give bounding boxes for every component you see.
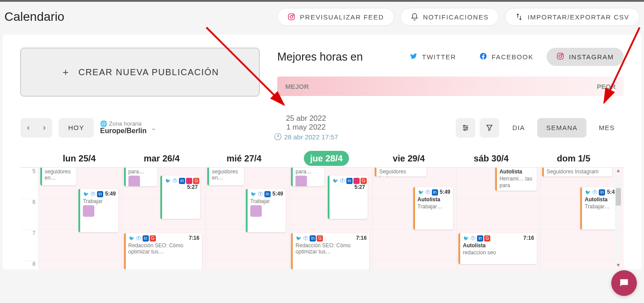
instagram-icon: [556, 52, 564, 61]
chip-instagram[interactable]: INSTAGRAM: [547, 48, 624, 66]
event-card[interactable]: 🐦ⓕin5:49AutolistaTrabajar…: [580, 187, 620, 230]
chip-twitter[interactable]: TWITTER: [400, 48, 466, 66]
today-button[interactable]: HOY: [58, 118, 94, 138]
svg-point-6: [559, 55, 562, 58]
calendar-body[interactable]: 5678 seguidores en…🐦ⓕin5:49Trabajarpara……: [20, 168, 624, 269]
event-card[interactable]: 🐦ⓕin5:49Trabajar: [246, 189, 286, 232]
best-hours-gradient: MEJOR PEOR: [277, 77, 624, 96]
view-week-button[interactable]: SEMANA: [537, 118, 586, 138]
notifications-button[interactable]: NOTIFICACIONES: [400, 8, 499, 26]
instagram-icon: [287, 13, 295, 21]
chevron-down-icon: ⌄: [151, 124, 156, 131]
chip-facebook[interactable]: FACEBOOK: [469, 48, 543, 66]
filter-button[interactable]: [480, 118, 499, 138]
event-card[interactable]: Seguidores Instagram: [542, 168, 612, 176]
day-column[interactable]: AutolistaHerrami… tas para🐦ⓕinG7:16Autol…: [456, 168, 540, 269]
scroll-up-icon[interactable]: ▲: [615, 168, 622, 175]
event-card[interactable]: 🐦ⓕinG7:16Autolistaredaccion seo: [458, 233, 537, 264]
event-card[interactable]: 🐦ⓕinG5:27: [160, 176, 200, 219]
event-card[interactable]: Seguidores Instagram: [375, 168, 426, 176]
facebook-icon: [479, 52, 487, 61]
event-card[interactable]: para…: [124, 168, 157, 186]
date-range: 25 abr 2022 1 may 2022 🕐28 abr 2022 17:5…: [163, 114, 450, 141]
import-export-button[interactable]: IMPORTAR/EXPORTAR CSV: [505, 8, 640, 26]
twitter-icon: [410, 52, 418, 61]
timezone-selector[interactable]: 🌐Zona horaria Europe/Berlin ⌄: [100, 120, 156, 135]
event-card[interactable]: seguidores en…: [40, 168, 77, 185]
import-export-icon: [515, 13, 523, 21]
day-column[interactable]: para…🐦ⓕinG5:27🐦ⓕinG7:16Redacción SEO: Có…: [122, 168, 206, 269]
event-card[interactable]: 🐦ⓕinG7:16Redacción SEO: Cómo optimizar t…: [124, 233, 202, 269]
view-month-button[interactable]: MES: [590, 118, 624, 138]
globe-icon: 🌐: [100, 120, 107, 127]
day-header: jue 28/4: [285, 150, 368, 167]
scrollbar[interactable]: ▲ ▼: [615, 168, 622, 269]
event-card[interactable]: 🐦ⓕinG5:27: [328, 176, 368, 219]
clock-icon: 🕐: [274, 133, 282, 141]
day-header: vie 29/4: [368, 150, 450, 167]
event-card[interactable]: seguidores en…: [207, 168, 244, 185]
page-title: Calendario: [4, 10, 64, 24]
plus-icon: ＋: [61, 65, 71, 79]
event-card[interactable]: AutolistaHerrami… tas para: [495, 168, 537, 191]
app-header: Calendario PREVISUALIZAR FEED NOTIFICACI…: [0, 2, 644, 35]
prev-week-button[interactable]: ‹: [20, 118, 36, 138]
svg-point-10: [464, 129, 466, 130]
best-hours-title: Mejores horas en: [277, 50, 363, 63]
scroll-down-icon[interactable]: ▼: [615, 262, 622, 269]
label-best: MEJOR: [285, 83, 309, 90]
day-column[interactable]: Seguidores Instagram🐦ⓕin5:49AutolistaTra…: [540, 168, 624, 269]
day-column[interactable]: para…🐦ⓕinG5:27🐦ⓕinG7:16Redacción SEO: Có…: [289, 168, 373, 269]
event-card[interactable]: 🐦ⓕinG7:16Redacción SEO: Cómo optimizar t…: [291, 233, 369, 269]
day-column[interactable]: Seguidores Instagram🐦ⓕin5:49AutolistaTra…: [372, 168, 456, 269]
bell-icon: [411, 13, 419, 21]
view-day-button[interactable]: DIA: [504, 118, 534, 138]
week-nav: ‹ ›: [20, 118, 52, 138]
event-card[interactable]: 🐦ⓕin5:49AutolistaTrabajar…: [413, 187, 453, 230]
label-worst: PEOR: [597, 83, 616, 90]
day-header: dom 1/5: [532, 150, 615, 167]
day-header: lun 25/4: [38, 150, 120, 167]
day-header: mar 26/4: [120, 150, 203, 167]
svg-point-7: [562, 54, 563, 55]
day-header: mié 27/4: [203, 150, 285, 167]
event-card[interactable]: para…: [291, 168, 324, 186]
preview-feed-button[interactable]: PREVISUALIZAR FEED: [277, 8, 394, 26]
day-header: sáb 30/4: [450, 150, 532, 167]
svg-point-1: [290, 15, 293, 18]
svg-point-2: [293, 15, 294, 15]
day-column[interactable]: seguidores en…🐦ⓕin5:49Trabajar: [38, 168, 122, 269]
next-week-button[interactable]: ›: [36, 118, 52, 138]
svg-point-8: [463, 125, 465, 127]
day-column[interactable]: seguidores en…🐦ⓕin5:49Trabajar: [206, 168, 289, 269]
day-headers: lun 25/4mar 26/4mié 27/4jue 28/4vie 29/4…: [20, 150, 624, 168]
settings-sliders-button[interactable]: [456, 118, 475, 138]
event-card[interactable]: 🐦ⓕin5:49Trabajar: [78, 189, 118, 232]
create-post-button[interactable]: ＋ CREAR NUEVA PUBLICACIÓN: [20, 48, 260, 96]
svg-point-9: [466, 127, 467, 128]
